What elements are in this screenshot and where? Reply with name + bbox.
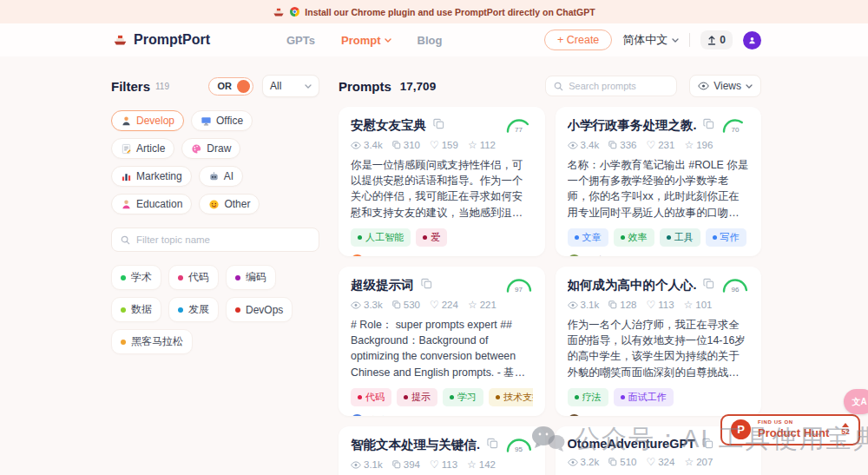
heart-icon: ♡	[430, 300, 439, 310]
prompt-title[interactable]: 如何成为高中的个人心...	[568, 277, 697, 294]
memo-icon	[121, 143, 132, 155]
language-selector[interactable]: 简体中文	[622, 32, 679, 48]
prompt-card[interactable]: 安慰女友宝典 77 3.4k 310 ♡159 ☆112 你是一位情感顾问或支持…	[339, 107, 545, 256]
eye-icon	[568, 142, 578, 149]
tag[interactable]: 提示	[397, 388, 437, 406]
top-banner[interactable]: Install our Chrome plugin and use Prompt…	[0, 0, 868, 23]
prompt-author[interactable]: 奔奔	[351, 414, 389, 416]
topic-tag[interactable]: 发展	[168, 297, 219, 322]
likes-stat: ♡113	[430, 459, 457, 470]
tag[interactable]: 代码	[351, 388, 391, 406]
tag[interactable]: 学习	[443, 388, 483, 406]
prompts-title: Prompts	[339, 79, 391, 94]
copy-icon[interactable]	[421, 278, 432, 289]
copy-icon[interactable]	[703, 118, 714, 129]
copy-icon[interactable]	[433, 118, 444, 129]
prompts-search	[545, 76, 677, 96]
likes-stat: ♡159	[430, 140, 458, 150]
tag[interactable]: 技术支持	[489, 388, 533, 406]
or-toggle[interactable]: OR	[208, 77, 254, 96]
banner-text: Install our Chrome plugin and use Prompt…	[305, 7, 595, 17]
category-chip-marketing[interactable]: Marketing	[111, 166, 192, 187]
product-hunt-badge[interactable]: P FIND US ON Product Hunt 52	[720, 414, 860, 445]
prompt-time: a year ago	[473, 255, 532, 256]
topic-tag[interactable]: 编码	[226, 265, 276, 290]
user-avatar[interactable]	[743, 31, 761, 49]
topic-tag[interactable]: 学术	[111, 265, 161, 290]
copy-icon	[608, 300, 617, 309]
tag[interactable]: 工具	[660, 228, 700, 247]
category-chips: Develop Office Article Draw Marketing AI	[111, 110, 319, 214]
chevron-down-icon	[746, 84, 753, 89]
category-chip-ai[interactable]: AI	[199, 166, 243, 187]
tag[interactable]: 写作	[706, 228, 746, 247]
topic-search-input[interactable]	[136, 234, 310, 245]
prompts-main: Prompts 17,709 Views 安慰女友宝典 77	[339, 75, 761, 475]
prompt-title[interactable]: 小学行政事务处理之教...	[568, 117, 697, 134]
star-icon: ☆	[684, 457, 694, 467]
category-chip-other[interactable]: Other	[199, 194, 260, 214]
prompt-title[interactable]: 智能文本处理与关键信...	[351, 437, 480, 453]
prompt-title[interactable]: 超级提示词	[351, 277, 414, 294]
topic-dot	[121, 340, 126, 345]
topic-tag[interactable]: 数据	[111, 297, 161, 322]
tag[interactable]: 疗法	[568, 388, 608, 406]
views-sort-dropdown[interactable]: Views	[689, 75, 761, 97]
category-chip-education[interactable]: Education	[111, 194, 192, 214]
copy-icon[interactable]	[702, 438, 713, 449]
views-stat: 3.1k	[568, 300, 600, 310]
eye-icon	[698, 82, 709, 90]
category-chip-article[interactable]: Article	[111, 138, 174, 159]
nav-prompt[interactable]: Prompt	[341, 34, 391, 47]
tag[interactable]: 爱	[416, 228, 447, 247]
score-gauge: 77	[505, 117, 533, 134]
all-dropdown[interactable]: All	[262, 75, 319, 97]
tag[interactable]: 面试工作	[614, 388, 674, 406]
prompt-time: a year ago	[473, 415, 532, 416]
heart-icon: ♡	[646, 300, 655, 310]
prompt-card[interactable]: 超级提示词 97 3.3k 530 ♡224 ☆221 # Role： supe…	[339, 267, 545, 416]
topic-tag[interactable]: DevOps	[226, 297, 293, 322]
prompt-author[interactable]: Onepiece	[568, 414, 628, 416]
prompt-title[interactable]: 安慰女友宝典	[351, 117, 426, 134]
prompt-card[interactable]: 小学行政事务处理之教... 70 3.4k 336 ♡231 ☆196 名称：小…	[556, 107, 762, 256]
prompt-author[interactable]: 江山	[568, 254, 606, 256]
bar-chart-icon	[121, 171, 132, 182]
copy-icon[interactable]	[487, 438, 498, 449]
score-gauge: 97	[505, 277, 533, 294]
prompt-cards-grid: 安慰女友宝典 77 3.4k 310 ♡159 ☆112 你是一位情感顾问或支持…	[339, 107, 761, 475]
tag[interactable]: 文章	[568, 228, 608, 247]
prompt-card[interactable]: 智能文本处理与关键信... 95 3.1k 394 ♡113 ☆142 # ro…	[339, 426, 545, 475]
copy-icon[interactable]	[703, 278, 714, 289]
translate-button[interactable]: 文A	[844, 389, 868, 414]
prompt-author[interactable]: georgiyfh7j@rambler.ru	[351, 254, 473, 256]
category-chip-draw[interactable]: Draw	[181, 138, 240, 159]
brand-logo[interactable]: PromptPort	[113, 32, 210, 48]
chrome-icon	[290, 7, 299, 16]
upload-counter[interactable]: 0	[700, 30, 733, 49]
ph-upvotes[interactable]: 52	[841, 423, 849, 436]
author-avatar	[351, 414, 364, 416]
nav-gpts[interactable]: GPTs	[286, 34, 315, 47]
views-stat: 3.4k	[351, 140, 383, 150]
author-avatar	[568, 254, 581, 256]
search-icon	[554, 82, 563, 91]
stars-stat: ☆112	[468, 140, 496, 150]
topic-dot	[235, 307, 240, 313]
promptport-ship-icon	[113, 34, 128, 46]
tag[interactable]: 效率	[614, 228, 654, 247]
category-chip-office[interactable]: Office	[191, 110, 253, 131]
likes-stat: ♡224	[430, 300, 458, 310]
prompt-card[interactable]: 如何成为高中的个人心... 96 3.1k 128 ♡113 ☆101 作为一名…	[556, 267, 762, 416]
topic-tag[interactable]: 代码	[168, 265, 219, 290]
main-nav: GPTs Prompt Blog	[286, 34, 442, 47]
prompts-search-input[interactable]	[569, 81, 668, 91]
eye-icon	[568, 459, 578, 466]
nav-blog[interactable]: Blog	[418, 34, 443, 47]
category-chip-develop[interactable]: Develop	[111, 110, 184, 131]
create-button[interactable]: + Create	[544, 30, 612, 50]
prompt-title[interactable]: OtomeAdventureGPT	[568, 437, 695, 451]
tag[interactable]: 人工智能	[351, 228, 411, 247]
filters-title: Filters	[111, 79, 150, 94]
topic-tag[interactable]: 黑客马拉松	[111, 329, 193, 354]
